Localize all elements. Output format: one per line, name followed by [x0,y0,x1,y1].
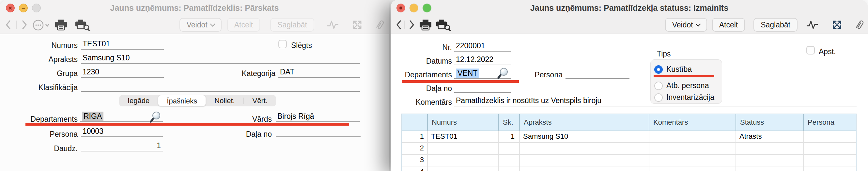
cell-persona[interactable] [803,155,856,166]
cell-persona[interactable] [803,143,856,154]
expand-icon[interactable] [352,20,362,30]
cell-statuss[interactable] [736,155,803,166]
radio-inventarizacija[interactable]: Inventarizācija [654,93,714,102]
print-preview-icon[interactable] [436,20,451,31]
paperclip-icon[interactable] [855,19,864,30]
table-row: 3 [402,155,856,166]
apraksts-label: Apraksts [12,55,78,64]
forward-icon[interactable] [408,20,415,30]
cell-rownum[interactable]: 1 [402,131,427,142]
window-chrome: × – Jauns uzņēmums: Pamatlīdzeklis: Pārs… [0,0,389,34]
cell-numurs[interactable] [427,166,498,171]
kategorija-label: Kategorija [211,68,275,78]
forward-icon[interactable] [21,20,28,30]
cell-numurs[interactable] [427,143,498,154]
persona-field[interactable] [565,68,629,79]
vards-field[interactable]: Birojs Rīgā [276,111,360,122]
table-row: 1 TEST01 1 Samsung S10 Atrasts [402,131,856,143]
radio-label: Atb. persona [666,81,709,90]
saglabat-button[interactable]: Saglabāt [753,18,798,32]
header-cell-rownum [402,114,427,131]
window-pamatlidzekla-statuss: Jauns uzņēmums: Pamatlīdzekļa statuss: I… [391,0,868,171]
tab-iegade[interactable]: Iegāde [119,95,158,106]
print-preview-icon[interactable] [75,20,90,31]
saglabat-button[interactable]: Saglabāt [270,18,314,32]
table-row: 4 [402,166,856,171]
screenshot-canvas: × – Jauns uzņēmums: Pamatlīdzeklis: Pārs… [0,0,868,171]
radio-atb-persona[interactable]: Atb. persona [654,81,709,90]
lookup-magnifier-icon[interactable] [150,111,161,123]
cell-persona[interactable] [803,166,856,171]
dala-no-field[interactable] [454,82,511,93]
cell-sk[interactable] [498,143,519,154]
dala-no-field[interactable] [276,126,361,137]
header-cell-sk: Sk. [498,114,519,131]
cell-sk[interactable]: 1 [498,131,519,142]
tab-bar: Iegāde Īpašnieks Noliet. Vērt. [119,95,276,106]
kategorija-field[interactable]: DAT [278,66,360,78]
cell-komentars[interactable] [649,143,736,154]
lookup-magnifier-icon[interactable] [497,67,509,79]
daudz-field[interactable]: 1 [81,140,163,151]
slegts-checkbox[interactable] [278,40,287,48]
more-actions-menu-icon[interactable] [33,19,50,31]
cell-persona[interactable] [803,131,856,142]
cell-numurs[interactable] [427,155,498,166]
selected-text: VENT [456,68,479,78]
tab-noliet[interactable]: Noliet. [206,95,243,106]
print-icon[interactable] [419,20,432,31]
persona-field[interactable]: 10003 [81,126,163,137]
datums-field[interactable]: 12.12.2022 [454,54,511,65]
grupa-field[interactable]: 1230 [81,66,164,78]
cell-statuss[interactable] [736,166,803,171]
apst-label: Apst. [819,47,836,56]
radio-kustiba[interactable]: Kustība [654,65,692,74]
veidot-label: Veidot [672,21,693,29]
cell-statuss[interactable] [736,143,803,154]
activity-pulse-icon[interactable] [327,20,338,30]
cell-sk[interactable] [498,155,519,166]
cell-apraksts[interactable]: Samsung S10 [519,131,649,142]
toolbar-actions: Veidot Atcelt Saglabāt [665,18,864,32]
activity-pulse-icon[interactable] [807,20,818,30]
cell-apraksts[interactable] [519,166,649,171]
cell-rownum[interactable]: 4 [402,166,427,171]
paperclip-icon[interactable] [376,19,385,30]
apraksts-field[interactable]: Samsung S10 [81,53,360,64]
cell-rownum[interactable]: 3 [402,155,427,166]
veidot-button[interactable]: Veidot [180,18,222,32]
selected-text: RIGA [82,112,103,121]
back-icon[interactable] [5,20,12,30]
header-cell-apraksts: Apraksts [519,114,649,131]
header-cell-numurs: Numurs [427,114,498,131]
numurs-label: Numurs [12,40,78,50]
radio-unselected-icon [654,93,663,102]
atcelt-button[interactable]: Atcelt [227,18,260,32]
expand-icon[interactable] [832,20,842,30]
atcelt-button[interactable]: Atcelt [712,18,745,32]
window-pamatlidzeklis-parskats: × – Jauns uzņēmums: Pamatlīdzeklis: Pārs… [0,0,389,171]
klasifikacija-field[interactable] [81,81,360,92]
veidot-button[interactable]: Veidot [665,18,707,32]
toolbar-actions: Veidot Atcelt Saglabāt [180,18,385,32]
tab-ipasnieks[interactable]: Īpašnieks [158,95,206,106]
cell-komentars[interactable] [649,131,736,142]
nr-field[interactable]: 2200001 [454,40,511,52]
print-icon[interactable] [55,20,67,31]
back-icon[interactable] [395,20,402,30]
cell-komentars[interactable] [649,166,736,171]
cell-rownum[interactable]: 2 [402,143,427,154]
cell-numurs[interactable]: TEST01 [427,131,498,142]
apst-checkbox[interactable] [806,46,815,55]
cell-statuss[interactable]: Atrasts [736,131,803,142]
numurs-field[interactable]: TEST01 [81,38,164,50]
tab-vert[interactable]: Vērt. [244,95,276,106]
cell-komentars[interactable] [649,155,736,166]
departaments-label: Departaments [6,114,78,124]
nr-label: Nr. [404,42,452,52]
cell-apraksts[interactable] [519,143,649,154]
cell-sk[interactable] [498,166,519,171]
cell-apraksts[interactable] [519,155,649,166]
datums-label: Datums [404,56,452,66]
komentars-label: Komentārs [394,97,452,107]
